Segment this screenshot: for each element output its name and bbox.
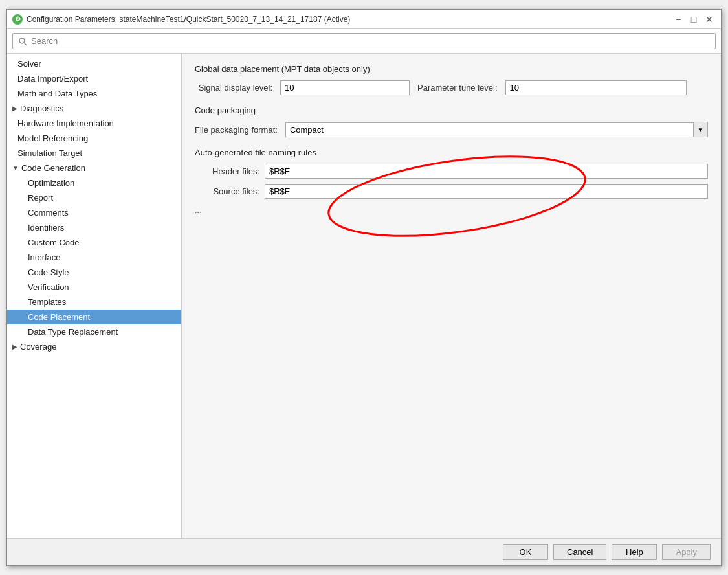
sidebar-item-data-type-replacement[interactable]: Data Type Replacement (7, 324, 181, 339)
minimize-button[interactable]: − (672, 13, 685, 26)
cancel-button[interactable]: Cancel (553, 544, 606, 560)
sidebar-item-identifiers[interactable]: Identifiers (7, 220, 181, 235)
sidebar-item-interface[interactable]: Interface (7, 250, 181, 265)
sidebar-item-comments[interactable]: Comments (7, 205, 181, 220)
titlebar-controls: − □ ✕ (672, 13, 716, 26)
global-data-section-title: Global data placement (MPT data objects … (195, 64, 708, 74)
sidebar-item-diagnostics-label: Diagnostics (20, 104, 63, 113)
titlebar-left: ⚙ Configuration Parameters: stateMachine… (12, 14, 350, 25)
sidebar-item-coverage[interactable]: ▶ Coverage (7, 339, 181, 354)
bottom-bar: OK Cancel Help Apply (7, 538, 721, 565)
titlebar: ⚙ Configuration Parameters: stateMachine… (7, 10, 721, 29)
header-files-input[interactable] (265, 164, 708, 179)
signal-display-row: Signal display level: Parameter tune lev… (195, 80, 708, 95)
maximize-button[interactable]: □ (687, 13, 700, 26)
content-area: Solver Data Import/Export Math and Data … (7, 54, 721, 538)
sidebar-item-math-data-types[interactable]: Math and Data Types (7, 86, 181, 101)
sidebar-item-code-generation[interactable]: ▼ Code Generation (7, 161, 181, 175)
param-tune-label: Parameter tune level: (417, 83, 498, 93)
main-window: ⚙ Configuration Parameters: stateMachine… (6, 9, 722, 566)
close-button[interactable]: ✕ (703, 13, 716, 26)
ok-button[interactable]: OK (503, 544, 548, 560)
file-packaging-dropdown-btn[interactable]: ▼ (694, 122, 708, 137)
coverage-arrow: ▶ (12, 343, 17, 350)
sidebar-item-code-generation-label: Code Generation (21, 163, 85, 173)
code-packaging-section-title: Code packaging (195, 106, 708, 115)
signal-display-input[interactable] (280, 80, 410, 95)
file-packaging-value[interactable]: Compact (285, 122, 694, 137)
diagnostics-arrow: ▶ (12, 105, 17, 112)
ellipsis: ... (195, 205, 708, 215)
window-title: Configuration Parameters: stateMachineTe… (27, 15, 350, 24)
sidebar-item-diagnostics[interactable]: ▶ Diagnostics (7, 101, 181, 116)
sidebar-item-code-style[interactable]: Code Style (7, 265, 181, 280)
search-bar (7, 29, 721, 54)
code-generation-arrow: ▼ (12, 164, 19, 172)
sidebar-item-templates[interactable]: Templates (7, 295, 181, 310)
source-files-label: Source files: (195, 186, 259, 196)
sidebar-item-data-import-export[interactable]: Data Import/Export (7, 71, 181, 86)
file-packaging-label: File packaging format: (195, 125, 278, 135)
help-button[interactable]: Help (612, 544, 657, 560)
sidebar-item-report[interactable]: Report (7, 190, 181, 205)
sidebar-item-code-placement[interactable]: Code Placement (7, 310, 181, 324)
source-files-row: Source files: (195, 184, 708, 199)
signal-display-label: Signal display level: (195, 83, 272, 93)
apply-button[interactable]: Apply (662, 544, 711, 560)
sidebar-item-custom-code[interactable]: Custom Code (7, 235, 181, 250)
sidebar-item-simulation-target[interactable]: Simulation Target (7, 146, 181, 161)
sidebar-item-optimization[interactable]: Optimization (7, 175, 181, 190)
file-packaging-select-container: Compact ▼ (285, 122, 708, 137)
sidebar-item-hardware-implementation[interactable]: Hardware Implementation (7, 116, 181, 131)
sidebar-item-model-referencing[interactable]: Model Referencing (7, 131, 181, 146)
file-packaging-row: File packaging format: Compact ▼ (195, 122, 708, 137)
main-panel: Global data placement (MPT data objects … (182, 54, 721, 538)
search-input[interactable] (12, 33, 716, 49)
sidebar-item-solver[interactable]: Solver (7, 56, 181, 71)
auto-naming-section-title: Auto-generated file naming rules (195, 148, 708, 157)
sidebar-item-coverage-label: Coverage (20, 342, 56, 352)
header-files-row: Header files: (195, 164, 708, 179)
header-files-label: Header files: (195, 166, 259, 176)
sidebar-item-verification[interactable]: Verification (7, 280, 181, 295)
sidebar: Solver Data Import/Export Math and Data … (7, 54, 182, 538)
app-icon: ⚙ (12, 14, 23, 25)
param-tune-input[interactable] (505, 80, 687, 95)
source-files-input[interactable] (265, 184, 708, 199)
